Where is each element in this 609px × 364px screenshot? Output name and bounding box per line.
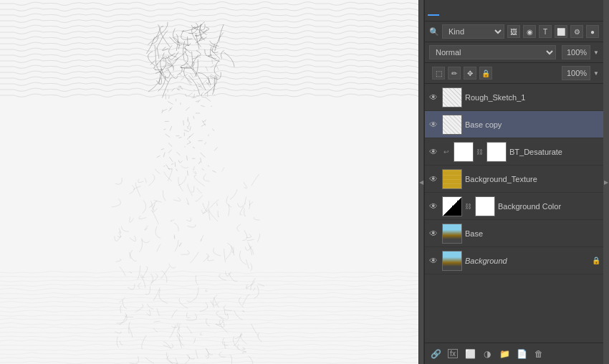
layers-list: 👁Rough_Sketch_1👁Base copy👁↩⛓BT_Desaturat… <box>425 84 603 343</box>
layer-chain-bt_desaturate: ↩ <box>442 148 451 156</box>
layer-name-background_color: Background Color <box>498 202 600 211</box>
layer-link-icon-background_color: ⛓ <box>465 203 472 210</box>
type-filter-icon[interactable]: T <box>539 25 552 38</box>
lock-position-icon[interactable]: ✥ <box>464 67 476 80</box>
layer-visibility-base_copy[interactable]: 👁 <box>428 119 439 130</box>
blend-mode-select[interactable]: Normal Multiply Screen <box>429 45 556 59</box>
layer-thumb-rough_sketch_1 <box>442 87 462 107</box>
layer-lock-badge-background: 🔒 <box>592 257 600 264</box>
sketch-canvas <box>0 0 418 364</box>
fill-arrow: ▼ <box>593 70 599 77</box>
layer-row-background_color[interactable]: 👁⛓Background Color <box>425 193 603 220</box>
layer-visibility-background_color[interactable]: 👁 <box>428 201 439 212</box>
layer-thumb-background_color <box>442 196 462 216</box>
collapse-panel-left[interactable]: ◀ <box>418 0 424 364</box>
filter-bar: 🔍 Kind 🖼 ◉ T ⬜ ⚙ ● <box>425 21 603 42</box>
layer-name-bt_desaturate: BT_Desaturate <box>509 148 600 156</box>
layer-row-base_copy[interactable]: 👁Base copy <box>425 111 603 138</box>
layer-name-base: Base <box>465 229 600 238</box>
tab-channels[interactable] <box>439 6 451 16</box>
layer-thumb-base_copy <box>442 115 462 135</box>
tab-layers[interactable] <box>428 6 439 16</box>
layer-name-background: Background <box>465 257 589 265</box>
layer-mask-bt_desaturate <box>486 142 507 162</box>
layer-name-background_texture: Background_Texture <box>465 175 600 183</box>
layer-thumb-background_texture <box>442 169 462 189</box>
panel-tabs <box>425 0 603 21</box>
new-group-button[interactable]: 📁 <box>498 348 511 360</box>
lock-all-icon[interactable]: 🔒 <box>479 67 492 80</box>
collapse-panel-right[interactable]: ▶ <box>603 0 609 364</box>
layer-name-base_copy: Base copy <box>465 120 600 129</box>
opacity-input[interactable] <box>562 45 590 59</box>
layer-thumb-bt_desaturate <box>454 142 474 162</box>
fill-input[interactable] <box>562 66 590 80</box>
layer-mask-background_color <box>475 196 495 216</box>
layer-visibility-background[interactable]: 👁 <box>428 255 439 267</box>
layer-thumb-background <box>442 251 462 271</box>
fx-button[interactable]: fx <box>446 348 459 360</box>
smart-filter-icon[interactable]: ⚙ <box>570 25 583 38</box>
filter-toggle[interactable]: ● <box>586 25 599 38</box>
opacity-arrow: ▼ <box>593 49 599 56</box>
delete-layer-button[interactable]: 🗑 <box>532 348 545 360</box>
layer-row-background_texture[interactable]: 👁Background_Texture <box>425 166 603 193</box>
layer-name-rough_sketch_1: Rough_Sketch_1 <box>465 93 600 102</box>
new-layer-button[interactable]: 📄 <box>515 348 528 360</box>
layer-thumb-base <box>442 224 462 244</box>
link-layers-button[interactable]: 🔗 <box>429 348 442 360</box>
layer-row-base[interactable]: 👁Base <box>425 220 603 247</box>
layer-visibility-background_texture[interactable]: 👁 <box>428 173 439 185</box>
layer-row-background[interactable]: 👁Background🔒 <box>425 247 603 274</box>
shape-filter-icon[interactable]: ⬜ <box>555 25 567 38</box>
layer-row-rough_sketch_1[interactable]: 👁Rough_Sketch_1 <box>425 84 603 111</box>
layer-link-icon-bt_desaturate: ⛓ <box>476 148 484 155</box>
add-adjustment-button[interactable]: ◑ <box>481 348 494 360</box>
tab-paths[interactable] <box>451 6 462 16</box>
canvas-area <box>0 0 418 364</box>
layer-visibility-rough_sketch_1[interactable]: 👁 <box>428 92 439 103</box>
layer-row-bt_desaturate[interactable]: 👁↩⛓BT_Desaturate <box>425 138 603 166</box>
blend-opacity-bar: Normal Multiply Screen ▼ <box>425 42 603 63</box>
kind-select[interactable]: Kind <box>442 24 504 39</box>
layer-visibility-base[interactable]: 👁 <box>428 228 439 239</box>
add-mask-button[interactable]: ⬜ <box>464 348 476 360</box>
lock-transparent-icon[interactable]: ⬚ <box>432 67 445 80</box>
lock-image-icon[interactable]: ✏ <box>448 67 461 80</box>
adjustment-filter-icon[interactable]: ◉ <box>523 25 536 38</box>
layer-visibility-bt_desaturate[interactable]: 👁 <box>428 146 439 158</box>
layers-panel: 🔍 Kind 🖼 ◉ T ⬜ ⚙ ● Normal Multiply Scree… <box>424 0 603 364</box>
bottom-toolbar: 🔗 fx ⬜ ◑ 📁 📄 🗑 <box>425 343 603 364</box>
lock-fill-bar: ⬚ ✏ ✥ 🔒 ▼ <box>425 63 603 84</box>
image-filter-icon[interactable]: 🖼 <box>507 25 520 38</box>
